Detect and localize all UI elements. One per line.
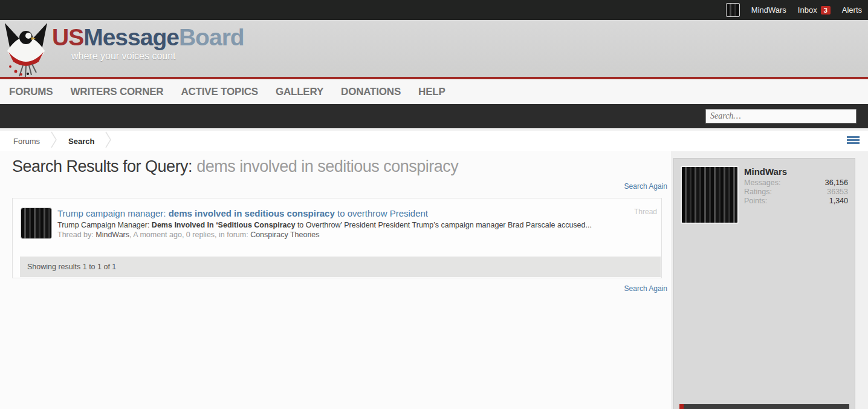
- nav-item-forums[interactable]: FORUMS: [9, 86, 53, 98]
- result-title-pre: Trump campaign manager:: [57, 208, 169, 218]
- breadcrumb-forums[interactable]: Forums: [7, 137, 46, 146]
- search-again-link-bottom[interactable]: Search Again: [624, 284, 667, 293]
- result-snippet-bold: Dems Involved In ‘Seditious Conspiracy: [152, 221, 296, 229]
- breadcrumb: Forums Search: [0, 131, 868, 151]
- logo-text: USMessageBoard where your voices count: [52, 25, 244, 62]
- main-nav: FORUMS WRITERS CORNER ACTIVE TOPICS GALL…: [0, 79, 868, 104]
- stat-label: Points:: [744, 197, 767, 206]
- menu-icon[interactable]: [847, 136, 860, 145]
- page-body: Forums Search Search Results for Query:d…: [0, 131, 868, 409]
- stat-value: 36,156: [825, 178, 848, 188]
- stat-row-ratings: Ratings: 36353: [744, 188, 848, 197]
- page-title: Search Results for Query:dems involved i…: [0, 151, 671, 176]
- result-body: Trump campaign manager: dems involved in…: [57, 208, 592, 240]
- search-strip: [0, 104, 868, 128]
- member-card: MindWars Messages: 36,156 Ratings: 36353…: [674, 159, 855, 231]
- stat-label: Ratings:: [744, 188, 772, 197]
- inbox-label[interactable]: Inbox: [798, 5, 817, 15]
- showing-results-bar: Showing results 1 to 1 of 1: [20, 257, 661, 277]
- search-results-panel: Trump campaign manager: dems involved in…: [12, 198, 662, 278]
- media-player-accent: [679, 404, 684, 409]
- result-thumbnail[interactable]: [21, 208, 52, 239]
- nav-item-help[interactable]: HELP: [418, 86, 445, 98]
- result-title-link[interactable]: Trump campaign manager: dems involved in…: [57, 208, 592, 218]
- nav-item-donations[interactable]: DONATIONS: [341, 86, 401, 98]
- member-name-link[interactable]: MindWars: [744, 166, 848, 177]
- nav-item-active-topics[interactable]: ACTIVE TOPICS: [181, 86, 257, 98]
- nav-item-gallery[interactable]: GALLERY: [276, 86, 323, 98]
- result-snippet: Trump Campaign Manager: Dems Involved In…: [57, 220, 592, 230]
- result-snippet-pre: Trump Campaign Manager:: [57, 221, 152, 229]
- page-title-prefix: Search Results for Query:: [12, 157, 192, 175]
- member-avatar[interactable]: [681, 166, 739, 224]
- result-author-link[interactable]: MindWars: [96, 231, 129, 239]
- main-content: Search Results for Query:dems involved i…: [0, 151, 671, 409]
- site-header: USMessageBoard where your voices count: [0, 20, 868, 79]
- member-info: MindWars Messages: 36,156 Ratings: 36353…: [744, 166, 848, 224]
- chevron-right-icon: [51, 131, 57, 151]
- logo-board: Board: [179, 24, 244, 50]
- user-avatar[interactable]: [726, 3, 740, 17]
- username-link[interactable]: MindWars: [751, 5, 786, 15]
- result-title-post: to overthrow President: [335, 208, 428, 218]
- chevron-right-icon: [105, 131, 112, 151]
- stat-row-points: Points: 1,340: [744, 197, 848, 206]
- result-snippet-post: to Overthrow’ President President Trump’…: [295, 221, 592, 229]
- logo-message: Message: [83, 24, 179, 50]
- inbox-link[interactable]: Inbox 3: [798, 5, 831, 15]
- logo-tagline: where your voices count: [71, 51, 244, 62]
- search-input[interactable]: [705, 109, 857, 123]
- result-type-label: Thread: [634, 208, 657, 216]
- page-title-query: dems involved in seditious conspiracy: [196, 157, 458, 175]
- stat-row-messages: Messages: 36,156: [744, 178, 848, 188]
- media-player-bar[interactable]: [679, 404, 849, 409]
- eagle-logo-icon: [1, 21, 51, 77]
- breadcrumb-search[interactable]: Search: [62, 137, 100, 146]
- result-forum-link[interactable]: Conspiracy Theories: [250, 231, 319, 239]
- logo-us: US: [52, 24, 83, 50]
- stat-value[interactable]: 36353: [827, 188, 848, 197]
- search-again-row-bottom: Search Again: [0, 278, 671, 297]
- search-result-item[interactable]: Trump campaign manager: dems involved in…: [13, 198, 661, 248]
- top-user-bar: MindWars Inbox 3 Alerts: [0, 0, 868, 20]
- nav-item-writers-corner[interactable]: WRITERS CORNER: [70, 86, 163, 98]
- alerts-link[interactable]: Alerts: [842, 5, 862, 15]
- inbox-count-badge: 3: [821, 6, 831, 15]
- search-again-row-top: Search Again: [0, 176, 671, 195]
- site-logo[interactable]: USMessageBoard where your voices count: [0, 19, 244, 77]
- result-meta-mid: , A moment ago, 0 replies, in forum:: [129, 231, 250, 239]
- stat-label: Messages:: [744, 178, 780, 188]
- stat-value: 1,340: [829, 197, 848, 206]
- result-meta-pre: Thread by:: [57, 231, 96, 239]
- result-meta: Thread by: MindWars, A moment ago, 0 rep…: [57, 230, 592, 240]
- result-title-bold: dems involved in seditious conspiracy: [169, 208, 335, 218]
- sidebar: MindWars Messages: 36,156 Ratings: 36353…: [673, 158, 855, 409]
- search-again-link-top[interactable]: Search Again: [624, 182, 667, 191]
